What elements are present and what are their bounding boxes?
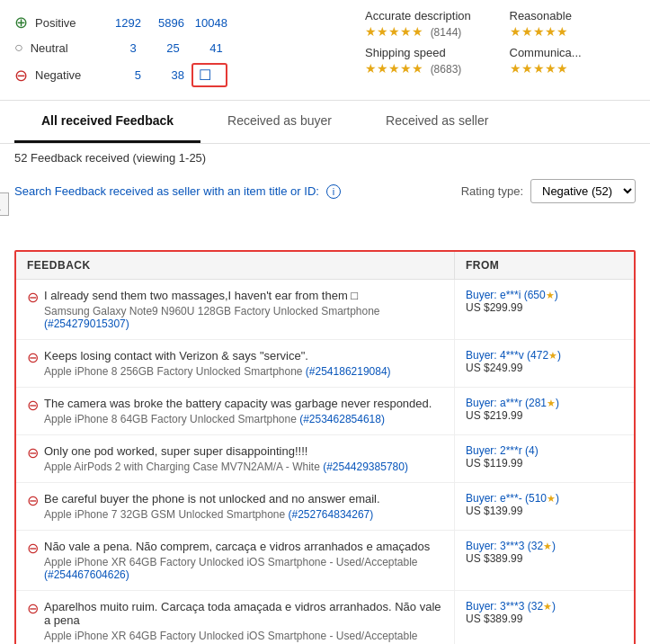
feedback-text-5: Be careful buyer the phone is not unlock… bbox=[44, 492, 380, 505]
neutral-icon: ○ bbox=[14, 40, 23, 56]
negative-val2[interactable]: 38 bbox=[148, 68, 184, 82]
price-5: US $139.99 bbox=[466, 505, 623, 517]
feedback-link-2[interactable]: (#254186219084) bbox=[306, 365, 391, 378]
neutral-val3[interactable]: 41 bbox=[187, 41, 223, 55]
positive-icon: ⊕ bbox=[14, 13, 28, 32]
feedback-tabs: All received Feedback Received as buyer … bbox=[0, 101, 650, 144]
negative-icon: ⊖ bbox=[14, 66, 28, 85]
feedback-from-4: Buyer: 2***r (4) US $119.99 bbox=[454, 435, 634, 482]
negative-label: Negative bbox=[35, 68, 98, 82]
table-row: ⊖ I already send them two massages,I hav… bbox=[16, 280, 634, 340]
feedback-content-4: ⊖ Only one pod worked, super super disap… bbox=[16, 435, 454, 482]
feedback-content-2: ⊖ Keeps losing contact with Verizon & sa… bbox=[16, 340, 454, 387]
neg-icon-5: ⊖ bbox=[27, 492, 39, 509]
rating-type-select[interactable]: Negative (52) bbox=[530, 179, 636, 203]
neutral-val2[interactable]: 25 bbox=[144, 41, 180, 55]
neg-icon-1: ⊖ bbox=[27, 289, 39, 306]
shipping-speed-label: Shipping speed bbox=[365, 46, 492, 59]
feedback-text-7: Aparelhos muito ruim. Carcaça toda amaça… bbox=[44, 600, 443, 627]
feedback-text-4: Only one pod worked, super super disappo… bbox=[44, 444, 408, 458]
neg-icon-7: ⊖ bbox=[27, 600, 39, 617]
search-section: Search Feedback received as seller with … bbox=[0, 172, 650, 210]
tab-all-feedback[interactable]: All received Feedback bbox=[14, 101, 200, 143]
positive-val2[interactable]: 5896 bbox=[148, 16, 184, 30]
feedback-content-5: ⊖ Be careful buyer the phone is not unlo… bbox=[16, 483, 454, 530]
table-row: ⊖ Keeps losing contact with Verizon & sa… bbox=[16, 340, 634, 388]
positive-val1[interactable]: 1292 bbox=[105, 16, 141, 30]
neutral-val1[interactable]: 3 bbox=[101, 41, 137, 55]
buyer-name-7: Buyer: 3***3 (32★) bbox=[466, 600, 556, 613]
search-button[interactable]: 🔍 bbox=[0, 192, 9, 216]
buyer-name-2: Buyer: 4***v (472★) bbox=[466, 349, 561, 362]
communication-label: Communica... bbox=[510, 46, 637, 59]
search-label-suffix: received as seller with an item title or… bbox=[106, 184, 319, 198]
price-6: US $389.99 bbox=[466, 552, 623, 565]
feedback-text-3: The camera was broke the battery capacit… bbox=[44, 397, 432, 410]
feedback-text-2: Keeps losing contact with Verizon & says… bbox=[44, 349, 391, 362]
reasonable-label: Reasonable bbox=[510, 9, 637, 22]
table-header: FEEDBACK FROM bbox=[16, 252, 634, 280]
shipping-speed-stars: ★★★★★ bbox=[365, 61, 423, 76]
price-7: US $389.99 bbox=[466, 613, 623, 625]
feedback-item-2: Apple iPhone 8 256GB Factory Unlocked Sm… bbox=[44, 365, 391, 378]
col-header-feedback: FEEDBACK bbox=[16, 252, 454, 279]
col-header-from: FROM bbox=[454, 252, 634, 279]
positive-val3[interactable]: 10048 bbox=[191, 16, 227, 30]
accurate-desc-count: (8144) bbox=[431, 26, 462, 39]
price-2: US $249.99 bbox=[466, 362, 623, 374]
feedback-link-6[interactable]: (#254467604626) bbox=[44, 568, 129, 581]
rating-type-label: Rating type: bbox=[461, 184, 523, 198]
feedback-item-4: Apple AirPods 2 with Charging Case MV7N2… bbox=[44, 461, 408, 473]
feedback-table: FEEDBACK FROM ⊖ I already send them two … bbox=[14, 250, 636, 644]
feedback-from-2: Buyer: 4***v (472★) US $249.99 bbox=[454, 340, 634, 387]
price-3: US $219.99 bbox=[466, 409, 623, 422]
feedback-text-1: I already send them two massages,I haven… bbox=[44, 289, 443, 302]
message-icon: ☐ bbox=[199, 67, 211, 84]
feedback-link-3[interactable]: (#253462854618) bbox=[299, 413, 385, 425]
table-row: ⊖ Não vale a pena. Não comprem, carcaça … bbox=[16, 531, 634, 591]
info-icon[interactable]: i bbox=[326, 184, 341, 199]
feedback-item-5: Apple iPhone 7 32GB GSM Unlocked Smartph… bbox=[44, 508, 380, 521]
feedback-content-7: ⊖ Aparelhos muito ruim. Carcaça toda ama… bbox=[16, 591, 454, 644]
neutral-label: Neutral bbox=[31, 41, 93, 55]
feedback-link-5[interactable]: (#252764834267) bbox=[289, 508, 374, 521]
search-right: Rating type: Negative (52) bbox=[461, 179, 636, 203]
negative-val1[interactable]: 5 bbox=[105, 68, 141, 82]
negative-val3-highlighted[interactable]: ☐ bbox=[191, 63, 227, 87]
neg-icon-3: ⊖ bbox=[27, 397, 39, 414]
tab-buyer[interactable]: Received as buyer bbox=[200, 101, 359, 143]
search-label-link: Feedback bbox=[55, 184, 106, 198]
search-label: Search Feedback received as seller with … bbox=[14, 184, 319, 198]
feedback-link-4[interactable]: (#254429385780) bbox=[323, 461, 408, 473]
feedback-link-1[interactable]: (#254279015307) bbox=[44, 318, 129, 330]
feedback-from-6: Buyer: 3***3 (32★) US $389.99 bbox=[454, 531, 634, 590]
price-4: US $119.99 bbox=[466, 457, 623, 470]
feedback-content-6: ⊖ Não vale a pena. Não comprem, carcaça … bbox=[16, 531, 454, 590]
price-1: US $299.99 bbox=[466, 301, 623, 314]
communication-stars: ★★★★★ bbox=[510, 61, 568, 76]
reasonable-stars: ★★★★★ bbox=[510, 24, 568, 39]
feedback-content-3: ⊖ The camera was broke the battery capac… bbox=[16, 388, 454, 434]
buyer-name-1: Buyer: e***i (650★) bbox=[466, 289, 558, 301]
table-row: ⊖ The camera was broke the battery capac… bbox=[16, 388, 634, 435]
neg-icon-6: ⊖ bbox=[27, 540, 39, 557]
table-row: ⊖ Only one pod worked, super super disap… bbox=[16, 435, 634, 483]
feedback-item-6: Apple iPhone XR 64GB Factory Unlocked iO… bbox=[44, 556, 443, 581]
feedback-item-3: Apple iPhone 8 64GB Factory Unlocked Sma… bbox=[44, 413, 432, 425]
table-row: ⊖ Be careful buyer the phone is not unlo… bbox=[16, 483, 634, 531]
feedback-item-7: Apple iPhone XR 64GB Factory Unlocked iO… bbox=[44, 630, 443, 644]
feedback-from-5: Buyer: e***- (510★) US $139.99 bbox=[454, 483, 634, 530]
feedback-from-7: Buyer: 3***3 (32★) US $389.99 bbox=[454, 591, 634, 644]
tab-seller[interactable]: Received as seller bbox=[359, 101, 515, 143]
feedback-from-1: Buyer: e***i (650★) US $299.99 bbox=[454, 280, 634, 339]
accurate-desc-stars: ★★★★★ bbox=[365, 24, 423, 39]
accurate-desc-label: Accurate description bbox=[365, 9, 492, 22]
neg-icon-2: ⊖ bbox=[27, 349, 39, 366]
search-label-prefix: Search bbox=[14, 184, 55, 198]
feedback-item-1: Samsung Galaxy Note9 N960U 128GB Factory… bbox=[44, 305, 443, 330]
buyer-name-5: Buyer: e***- (510★) bbox=[466, 492, 559, 505]
feedback-count: 52 Feedback received (viewing 1-25) bbox=[0, 144, 650, 172]
feedback-from-3: Buyer: a***r (281★) US $219.99 bbox=[454, 388, 634, 434]
buyer-name-6: Buyer: 3***3 (32★) bbox=[466, 540, 556, 552]
shipping-speed-count: (8683) bbox=[431, 63, 462, 76]
